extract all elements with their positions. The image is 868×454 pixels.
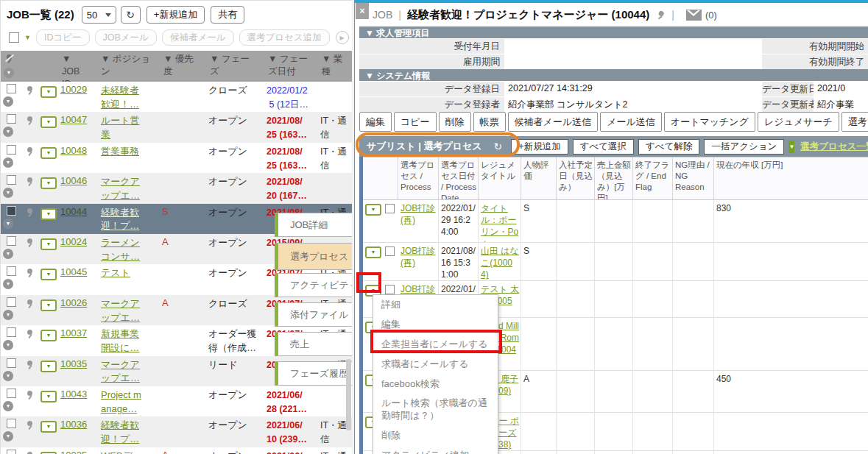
- row-menu-dropdown[interactable]: [40, 208, 57, 220]
- row-menu-dropdown[interactable]: [40, 421, 57, 433]
- scrollbar-thumb[interactable]: [346, 359, 351, 430]
- process-link[interactable]: JOB打診 (再): [401, 203, 435, 225]
- row-checkbox[interactable]: [385, 204, 395, 213]
- subtable-column-header[interactable]: 現在の年収 [万円]: [714, 157, 868, 200]
- context-menu-item[interactable]: 選考プロセス: [275, 243, 353, 270]
- context-menu-item[interactable]: 添付ファイル: [275, 302, 353, 327]
- pin-icon[interactable]: [26, 329, 35, 338]
- job-id-link[interactable]: 10045: [60, 266, 87, 277]
- context-menu-item[interactable]: 企業担当者にメールする: [373, 335, 498, 355]
- row-checkbox[interactable]: [7, 297, 16, 307]
- job-id-link[interactable]: 10046: [60, 175, 87, 186]
- row-menu-dropdown[interactable]: [365, 246, 381, 258]
- context-menu-item[interactable]: 売上: [275, 332, 353, 356]
- row-checkbox[interactable]: [7, 84, 16, 93]
- context-menu-item[interactable]: 編集: [373, 315, 498, 335]
- pin-icon[interactable]: [26, 420, 35, 430]
- expand-circle-icon[interactable]: [3, 371, 13, 381]
- sublist-button[interactable]: 一括アクション: [704, 139, 784, 155]
- pin-slash-icon[interactable]: [5, 54, 14, 63]
- action-button[interactable]: 削除: [439, 112, 471, 132]
- expand-circle-icon[interactable]: [3, 188, 13, 198]
- job-id-link[interactable]: 10024: [60, 236, 87, 247]
- resume-link[interactable]: 山田 はなこ(10004): [481, 246, 519, 280]
- table-row[interactable]: 10047 ルート営業 オープン 2021/08/25 (163… IT・通信イ…: [1, 112, 352, 142]
- toolbar-button-disabled[interactable]: IDコピー: [36, 29, 90, 46]
- row-checkbox[interactable]: [7, 358, 16, 368]
- row-menu-dropdown[interactable]: [40, 86, 57, 98]
- expand-circle-icon[interactable]: [3, 340, 13, 350]
- share-button[interactable]: 共有: [211, 6, 244, 24]
- pin-icon[interactable]: [26, 390, 35, 400]
- toolbar-button-disabled[interactable]: 選考プロセス追加: [239, 29, 330, 46]
- context-menu-item[interactable]: アクティビティ追加: [373, 446, 498, 454]
- sublist-button[interactable]: すべて選択: [573, 139, 634, 155]
- expand-circle-icon[interactable]: [3, 219, 13, 229]
- expand-circle-icon[interactable]: [3, 310, 13, 320]
- subtable-column-header[interactable]: 売上金額（見込み）[万円]: [595, 157, 633, 200]
- subtable-row[interactable]: JOB打診 (再) 2021/08/16 15:31:00 山田 はなこ(100…: [363, 243, 868, 281]
- row-menu-dropdown[interactable]: [40, 299, 57, 311]
- expand-circle-icon[interactable]: [3, 431, 13, 441]
- row-checkbox[interactable]: [7, 419, 16, 428]
- job-id-link[interactable]: 10043: [60, 389, 87, 400]
- position-link[interactable]: マークアップエ…: [101, 298, 140, 323]
- position-link[interactable]: 未経験者歓迎！…: [101, 85, 139, 110]
- more-actions-button[interactable]: ▶: [336, 31, 349, 44]
- process-link[interactable]: JOB打診 (再): [401, 246, 435, 268]
- select-dropdown-icon[interactable]: ▼: [24, 34, 31, 41]
- job-id-link[interactable]: 10029: [60, 84, 87, 95]
- action-button[interactable]: レジュメサーチ: [758, 112, 839, 132]
- pin-icon[interactable]: [26, 177, 35, 186]
- job-id-link[interactable]: 10048: [60, 145, 87, 156]
- context-menu-item[interactable]: JOB詳細: [275, 213, 353, 237]
- toolbar-button-disabled[interactable]: JOBメール: [95, 29, 157, 46]
- add-new-button[interactable]: +新規追加: [147, 6, 205, 24]
- action-button[interactable]: 編集: [359, 112, 392, 132]
- row-menu-dropdown[interactable]: [40, 361, 57, 372]
- context-menu-item[interactable]: ルート検索（求職者の通勤時間は？）: [373, 394, 498, 426]
- pin-icon[interactable]: [26, 360, 35, 369]
- job-id-link[interactable]: 10036: [60, 419, 87, 430]
- row-menu-dropdown[interactable]: [365, 204, 381, 216]
- context-menu-item[interactable]: フェーズ履歴: [275, 361, 353, 386]
- row-menu-dropdown[interactable]: [40, 269, 57, 280]
- job-id-link[interactable]: 10047: [60, 114, 87, 125]
- process-link[interactable]: JOB打診: [401, 284, 435, 294]
- action-button[interactable]: オートマッチング: [664, 112, 755, 132]
- select-all-checkbox[interactable]: [9, 32, 19, 43]
- row-checkbox[interactable]: [7, 450, 16, 454]
- position-link[interactable]: 営業事務: [101, 146, 139, 157]
- sublist-button[interactable]: +新規追加: [511, 139, 568, 155]
- position-link[interactable]: WEBデザ…: [101, 450, 133, 454]
- row-menu-dropdown[interactable]: [40, 116, 57, 128]
- resume-link[interactable]: タイトル：ポーリン・Porters: [481, 203, 518, 243]
- position-link[interactable]: マークアップエ…: [101, 359, 140, 384]
- expand-circle-icon[interactable]: [3, 279, 13, 289]
- row-menu-dropdown[interactable]: [40, 147, 57, 159]
- row-checkbox[interactable]: [385, 246, 395, 256]
- row-checkbox[interactable]: [385, 285, 395, 294]
- pin-icon[interactable]: [26, 238, 35, 247]
- action-button[interactable]: メール送信: [600, 112, 662, 132]
- row-checkbox[interactable]: [7, 175, 16, 185]
- expand-all-icon[interactable]: [4, 68, 14, 78]
- subtable-column-header[interactable]: 選考プロセス日付 / Process Date: [439, 157, 479, 200]
- context-menu-item[interactable]: 削除: [373, 426, 498, 446]
- row-checkbox[interactable]: [7, 327, 16, 337]
- action-button[interactable]: コピー: [394, 112, 437, 132]
- position-link[interactable]: 経験者歓迎！プ…: [101, 419, 139, 444]
- expand-circle-icon[interactable]: [3, 157, 13, 168]
- table-row[interactable]: 10043 Project manage… オープン 2021/06/28 (2…: [1, 386, 352, 416]
- subtable-column-header[interactable]: レジュメタイトル: [479, 157, 521, 200]
- row-menu-dropdown[interactable]: [40, 238, 57, 250]
- table-row[interactable]: 10025 WEBデザ… A オープン 2021/06/ IT・通信: [1, 447, 352, 454]
- section-header-system-info[interactable]: ▼ システム情報: [359, 69, 868, 81]
- action-button[interactable]: 帳票: [473, 112, 506, 132]
- position-link[interactable]: 新規事業開設に…: [101, 328, 139, 353]
- pin-icon[interactable]: [655, 9, 667, 21]
- row-menu-dropdown[interactable]: [40, 330, 57, 341]
- action-button[interactable]: 選考プロセス追加: [841, 112, 868, 132]
- pin-icon[interactable]: [26, 268, 35, 277]
- expand-circle-icon[interactable]: [3, 127, 13, 137]
